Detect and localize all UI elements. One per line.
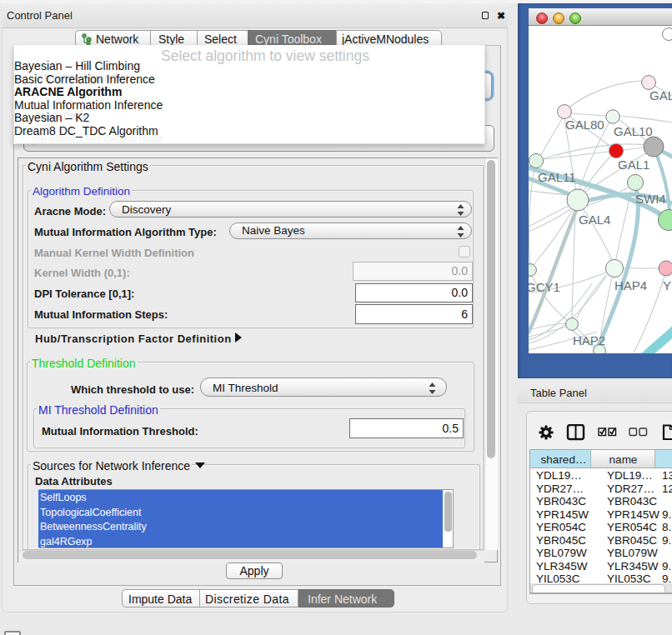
svg-text:HAP2: HAP2 — [573, 333, 605, 348]
svg-text:HAP4: HAP4 — [614, 278, 647, 292]
svg-text:GAL4: GAL4 — [579, 212, 610, 227]
svg-text:GAL: GAL — [649, 88, 672, 102]
svg-text:GCY1: GCY1 — [529, 280, 560, 294]
svg-text:GAL11: GAL11 — [538, 170, 576, 184]
svg-text:Y: Y — [663, 278, 671, 292]
svg-text:GAL10: GAL10 — [614, 124, 653, 138]
svg-text:SWI4: SWI4 — [635, 192, 666, 206]
svg-text:GAL1: GAL1 — [618, 158, 649, 172]
svg-text:GAL80: GAL80 — [565, 118, 604, 132]
